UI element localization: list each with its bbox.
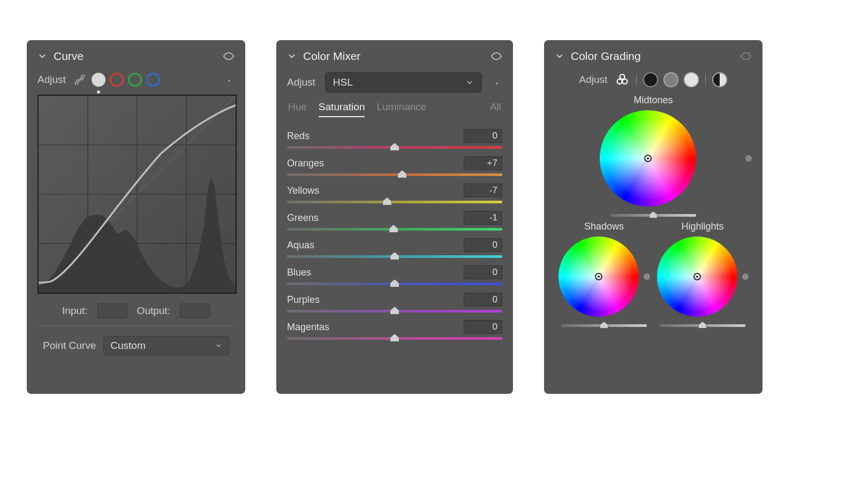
shadows-luminance-slider[interactable] <box>561 324 647 327</box>
visibility-icon[interactable] <box>740 50 752 62</box>
highlights-expand-icon[interactable] <box>742 273 749 280</box>
svg-point-16 <box>496 83 498 85</box>
shadows-mode-icon[interactable] <box>643 72 658 87</box>
slider-track[interactable] <box>287 173 502 176</box>
slider-thumb[interactable] <box>390 252 399 260</box>
highlights-title: Highlights <box>656 221 749 232</box>
panel-title: Curve <box>54 50 84 63</box>
global-mode-icon[interactable] <box>712 72 727 87</box>
slider-track[interactable] <box>287 201 502 203</box>
mixer-adjust-row: Adjust HSL <box>287 72 502 93</box>
channel-red-button[interactable] <box>110 73 124 87</box>
parametric-curve-icon[interactable] <box>72 72 87 87</box>
midtones-mode-icon[interactable] <box>663 72 678 87</box>
highlights-section: Highlights <box>656 221 749 327</box>
svg-point-22 <box>620 74 625 79</box>
slider-thumb[interactable] <box>390 334 399 342</box>
visibility-icon[interactable] <box>223 50 235 62</box>
slider-value-field[interactable]: 0 <box>464 293 502 307</box>
highlights-mode-icon[interactable] <box>684 72 699 87</box>
adjust-label: Adjust <box>37 74 66 86</box>
output-field[interactable] <box>180 303 210 318</box>
slider-yellows: Yellows-7 <box>287 184 502 203</box>
slider-value-field[interactable]: +7 <box>464 156 502 170</box>
svg-point-0 <box>227 55 230 58</box>
midtones-color-wheel[interactable] <box>600 110 696 207</box>
tone-curve-graph[interactable] <box>37 95 237 294</box>
tab-saturation[interactable]: Saturation <box>319 101 365 117</box>
midtones-wheel-handle[interactable] <box>644 155 652 162</box>
midtones-title: Midtones <box>555 95 752 106</box>
separator <box>636 74 637 86</box>
slider-purples: Purples0 <box>287 293 502 312</box>
visibility-icon[interactable] <box>490 50 502 62</box>
slider-label: Purples <box>287 294 320 306</box>
tab-hue[interactable]: Hue <box>288 101 307 117</box>
midtones-luminance-slider[interactable] <box>610 214 696 217</box>
slider-aquas: Aquas0 <box>287 238 502 258</box>
panel-title: Color Grading <box>571 50 641 63</box>
slider-track[interactable] <box>287 146 502 149</box>
midtones-expand-icon[interactable] <box>745 155 752 162</box>
svg-line-20 <box>492 80 494 82</box>
slider-oranges: Oranges+7 <box>287 156 502 176</box>
slider-label: Blues <box>287 267 311 278</box>
slider-thumb[interactable] <box>600 322 608 329</box>
shadows-section: Shadows <box>558 221 650 327</box>
highlights-luminance-slider[interactable] <box>660 324 745 327</box>
slider-label: Aquas <box>287 240 314 251</box>
slider-track[interactable] <box>287 228 502 231</box>
targeted-adjustment-icon[interactable] <box>489 76 502 89</box>
point-curve-row: Point Curve Custom <box>37 336 235 355</box>
svg-line-5 <box>226 76 228 78</box>
separator <box>705 74 706 86</box>
slider-thumb[interactable] <box>649 211 658 218</box>
tab-luminance[interactable]: Luminance <box>376 101 426 117</box>
input-field[interactable] <box>97 303 127 318</box>
slider-thumb[interactable] <box>390 307 399 315</box>
shadows-wheel-handle[interactable] <box>595 273 602 280</box>
channel-rgb-button[interactable] <box>92 73 105 87</box>
channel-green-button[interactable] <box>128 73 142 87</box>
slider-track[interactable] <box>287 283 502 285</box>
grading-adjust-row: Adjust <box>555 72 752 87</box>
channel-blue-button[interactable] <box>146 73 160 87</box>
mixer-mode-select[interactable]: HSL <box>325 72 482 93</box>
slider-thumb[interactable] <box>389 225 398 233</box>
shadows-expand-icon[interactable] <box>644 273 650 280</box>
shadows-color-wheel[interactable] <box>558 237 639 317</box>
slider-thumb[interactable] <box>390 279 399 287</box>
slider-label: Reds <box>287 131 310 142</box>
slider-track[interactable] <box>287 337 502 340</box>
collapse-icon[interactable] <box>555 51 564 61</box>
slider-value-field[interactable]: 0 <box>464 238 502 252</box>
point-curve-select[interactable]: Custom <box>103 336 229 355</box>
slider-value-field[interactable]: 0 <box>464 129 502 143</box>
adjust-label: Adjust <box>287 77 315 88</box>
slider-track[interactable] <box>287 255 502 258</box>
slider-thumb[interactable] <box>382 197 392 205</box>
slider-value-field[interactable]: 0 <box>464 320 502 334</box>
slider-value-field[interactable]: 0 <box>464 265 502 279</box>
tab-all[interactable]: All <box>490 101 501 117</box>
curve-adjust-row: Adjust <box>37 72 235 87</box>
slider-thumb[interactable] <box>390 143 399 151</box>
curve-panel-header: Curve <box>37 50 235 63</box>
slider-value-field[interactable]: -1 <box>464 211 502 225</box>
midtones-section: Midtones <box>555 95 752 217</box>
three-way-mode-icon[interactable] <box>615 72 630 87</box>
slider-blues: Blues0 <box>287 265 502 285</box>
highlights-color-wheel[interactable] <box>657 237 737 317</box>
highlights-wheel-handle[interactable] <box>693 273 701 280</box>
collapse-icon[interactable] <box>287 51 297 61</box>
grading-panel-header: Color Grading <box>555 50 752 63</box>
collapse-icon[interactable] <box>37 51 47 61</box>
slider-thumb[interactable] <box>397 170 407 178</box>
slider-track[interactable] <box>287 310 502 312</box>
svg-point-24 <box>623 79 628 84</box>
slider-thumb[interactable] <box>698 322 707 329</box>
svg-line-6 <box>224 78 226 79</box>
slider-value-field[interactable]: -7 <box>464 184 502 197</box>
slider-label: Oranges <box>287 158 324 169</box>
targeted-adjustment-icon[interactable] <box>222 73 235 86</box>
